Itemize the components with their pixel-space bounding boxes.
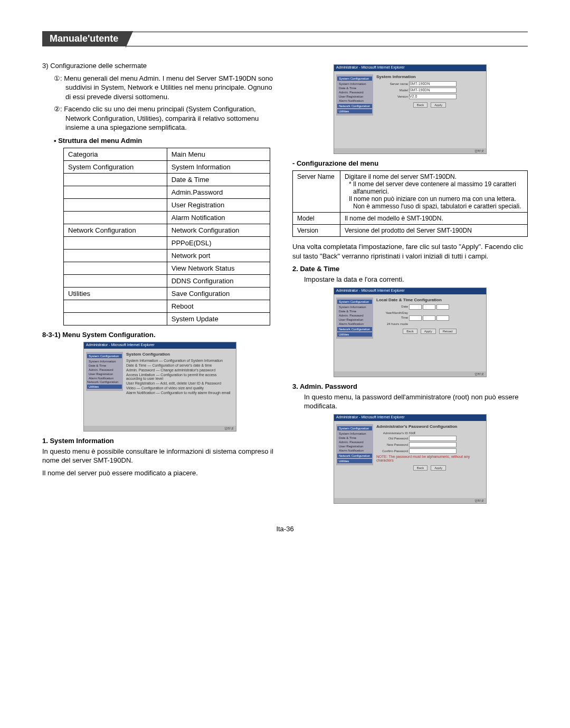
table-row: Alarm Notification [64, 211, 270, 224]
date-y-input[interactable] [409, 304, 422, 310]
new-password-input[interactable] [409, 442, 457, 447]
confirm-password-input[interactable] [409, 448, 457, 454]
back-button[interactable]: Back [413, 102, 428, 108]
status-bar: 인터넷 [84, 426, 236, 431]
sidebar-netconf: Network Configuration [87, 380, 122, 384]
admin-structure-title: Struttura del menu Admin [54, 137, 278, 145]
table-row: Network port [64, 249, 270, 262]
screenshot-main: Local Date & Time Configuration Date Yea… [376, 298, 483, 334]
apply-note: Una volta completata l'impostazione, far… [292, 242, 528, 261]
table-row: System Update [64, 312, 270, 325]
apply-button[interactable]: Apply [431, 102, 446, 108]
step3-heading: 3) Configurazione delle schermate [42, 61, 278, 71]
sysinfo-text2: Il nome del server può essere modificato… [42, 468, 278, 478]
window-titlebar: Administrator - Microsoft Internet Explo… [334, 65, 486, 71]
back-button[interactable]: Back [413, 465, 428, 471]
table-row: Model Il nome del modello è SMT-190DN. [293, 213, 528, 225]
step3-item1: ①: Menu generali del menu Admin. I menu … [42, 74, 278, 102]
server-name-input[interactable]: SMT-190DN [409, 81, 457, 87]
table-row: Date & Time [64, 173, 270, 186]
screenshot-sidebar: System Configuration System Information … [336, 298, 373, 339]
screenshot-main: Administrator's Password Configuration A… [376, 424, 483, 471]
screenshot-admin-password: Administrator - Microsoft Internet Explo… [334, 414, 487, 504]
table-row: Admin.Password [64, 186, 270, 198]
screenshot-sidebar: System Configuration System Information … [336, 424, 373, 465]
screenshot-sidebar: System Configuration System Information … [86, 352, 123, 391]
screenshot-datetime: Administrator - Microsoft Internet Explo… [334, 288, 487, 377]
status-bar: 인터넷 [334, 148, 486, 154]
admin-menu-table: CategoriaMain Menu System ConfigurationS… [63, 148, 270, 325]
old-password-input[interactable] [409, 436, 457, 441]
apply-button[interactable]: Apply [421, 329, 436, 334]
sysinfo-text1: In questo menu è possibile consultare le… [42, 447, 278, 465]
step3-item2: ②: Facendo clic su uno dei menu principa… [42, 104, 278, 132]
window-titlebar: Administrator - Microsoft Internet Explo… [334, 288, 486, 294]
status-bar: 인터넷 [334, 498, 486, 503]
page-header: Manuale'utente [42, 32, 528, 46]
screenshot-main: System Configuration System Information … [126, 352, 233, 396]
screenshot-main: System Information Server name SMT-190DN… [376, 74, 483, 108]
table-row: PPPoE(DSL) [64, 236, 270, 249]
sysinfo-title: 1. System Information [42, 437, 278, 445]
datetime-title: 2. Date & Time [292, 265, 528, 273]
section-831-title: 8-3-1) Menu System Configuration. [42, 331, 278, 339]
window-titlebar: Administrator - Microsoft Internet Explo… [334, 415, 486, 421]
screenshot-system-config: Administrator - Microsoft Internet Explo… [83, 342, 236, 432]
table-row: View Network Status [64, 262, 270, 274]
table-row: CategoriaMain Menu [64, 148, 270, 160]
adminpw-text: In questo menu, la password dell'amminis… [292, 392, 528, 411]
date-d-input[interactable] [436, 304, 449, 310]
status-bar: 인터넷 [334, 371, 486, 377]
right-column: Administrator - Microsoft Internet Explo… [292, 61, 528, 509]
table-row: UtilitiesSave Configuration [64, 287, 270, 300]
date-m-input[interactable] [423, 304, 435, 310]
reload-button[interactable]: Reload [439, 329, 457, 334]
screenshot-sidebar: System Configuration System Information … [336, 74, 373, 116]
table-row: Server Name Digitare il nome del server … [293, 171, 528, 213]
table-row: System ConfigurationSystem Information [64, 160, 270, 173]
adminpw-title: 3. Admin. Password [292, 382, 528, 390]
back-button[interactable]: Back [403, 329, 417, 334]
sidebar-sysconf: System Configuration [87, 354, 122, 358]
sidebar-util: Utilities [87, 385, 122, 389]
table-row: Version Versione del prodotto del Server… [293, 225, 528, 237]
table-row: User Registration [64, 198, 270, 211]
config-menu-title: Configurazione del menu [292, 159, 528, 167]
screenshot-system-info: Administrator - Microsoft Internet Explo… [334, 64, 487, 154]
table-row: DDNS Configuration [64, 274, 270, 287]
model-field: SMT-190DN [409, 88, 457, 93]
table-row: Network ConfigurationNetwork Configurati… [64, 224, 270, 236]
time-s-input[interactable] [436, 315, 449, 321]
time-h-input[interactable] [409, 315, 422, 321]
page-number: Ita-36 [42, 525, 528, 533]
table-row: Reboot [64, 300, 270, 312]
window-titlebar: Administrator - Microsoft Internet Explo… [84, 342, 236, 349]
datetime-text: Impostare la data e l'ora correnti. [292, 275, 528, 284]
apply-button[interactable]: Apply [431, 465, 446, 471]
left-column: 3) Configurazione delle schermate ①: Men… [42, 61, 278, 509]
config-menu-table: Server Name Digitare il nome del server … [292, 170, 528, 237]
time-m-input[interactable] [423, 315, 435, 321]
version-field: V2.0 [409, 94, 457, 99]
manual-title: Manuale'utente [42, 31, 126, 46]
